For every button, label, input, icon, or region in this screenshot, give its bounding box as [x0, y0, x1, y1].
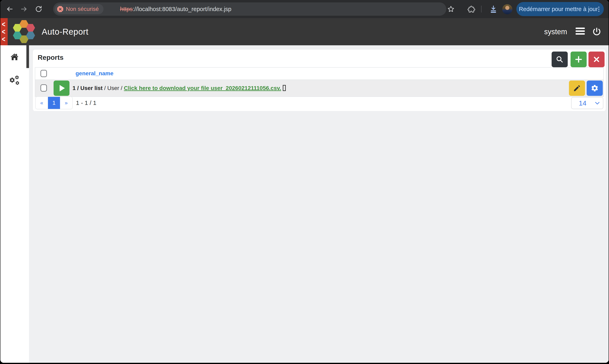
table-header-row: general_name	[35, 68, 603, 80]
pagination-page-1[interactable]: 1	[48, 97, 60, 109]
url-text: https://localhost:8083/auto_report/index…	[120, 2, 231, 16]
pagination-range-label: 1 - 1 / 1	[76, 96, 96, 109]
not-secure-icon	[57, 6, 63, 12]
sidebar-scrollbar[interactable]	[26, 45, 29, 68]
report-settings-button[interactable]	[587, 80, 603, 96]
pencil-icon	[573, 84, 581, 92]
run-report-button[interactable]	[53, 80, 69, 96]
sidebar	[0, 45, 29, 363]
browser-window: Non sécurisé https://localhost:8083/auto…	[0, 0, 609, 363]
relaunch-label: Redémarrer pour mettre à jour	[516, 6, 598, 13]
chevron-left-icon: <	[2, 35, 6, 43]
sidebar-item-settings-cogs[interactable]	[9, 75, 20, 86]
app-title: Auto-Report	[42, 18, 88, 45]
url-scheme-strikethrough: https	[120, 6, 133, 12]
profile-avatar[interactable]	[502, 4, 512, 14]
report-row-text: 1 / User list / User / Click here to dow…	[72, 80, 286, 96]
delete-button[interactable]	[588, 52, 605, 67]
add-report-button[interactable]	[570, 52, 587, 67]
pagination-prev[interactable]: «	[36, 97, 48, 109]
relaunch-to-update-button[interactable]: Redémarrer pour mettre à jour	[516, 2, 604, 16]
browser-toolbar: Non sécurisé https://localhost:8083/auto…	[0, 0, 609, 18]
security-chip[interactable]: Non sécurisé	[55, 4, 104, 14]
reload-icon[interactable]	[35, 5, 42, 13]
toolbar-divider	[481, 6, 481, 13]
forward-icon[interactable]	[20, 5, 28, 13]
app-body: Reports general_name	[0, 45, 609, 363]
collapse-strip[interactable]: < < <	[0, 18, 8, 45]
table-row: 1 / User list / User / Click here to dow…	[35, 80, 603, 96]
logged-in-user: system	[544, 18, 567, 45]
downloads-icon[interactable]	[489, 5, 498, 13]
chevron-left-icon: <	[2, 20, 6, 28]
download-file-link[interactable]: Click here to download your file user_20…	[124, 85, 281, 91]
report-id-name: 1 / User list	[72, 85, 103, 91]
page-size-value: 14	[579, 97, 586, 109]
browser-menu-kebab-icon[interactable]	[598, 7, 599, 12]
back-icon[interactable]	[6, 5, 13, 13]
bookmark-star-icon[interactable]	[447, 5, 455, 13]
missing-glyph-box	[283, 85, 286, 91]
edit-report-button[interactable]	[569, 80, 585, 96]
app-logo	[13, 20, 35, 43]
extensions-puzzle-icon[interactable]	[468, 5, 475, 13]
page-title: Reports	[38, 53, 64, 61]
logout-power-icon[interactable]	[592, 27, 601, 37]
chevron-left-icon: <	[2, 28, 6, 35]
row-checkbox[interactable]	[40, 84, 47, 91]
chevron-down-icon	[595, 102, 600, 105]
reports-table: general_name 1 / User list / User / Clic…	[35, 67, 604, 97]
report-category: / User /	[103, 85, 124, 91]
security-chip-label: Non sécurisé	[66, 6, 99, 12]
pagination-next[interactable]: »	[60, 97, 72, 109]
gear-icon	[591, 84, 599, 92]
address-bar[interactable]: Non sécurisé https://localhost:8083/auto…	[53, 2, 446, 16]
pagination: « 1 »	[35, 96, 73, 109]
app-header: < < < Auto-Report system	[0, 18, 609, 45]
sidebar-item-home[interactable]	[10, 52, 19, 62]
page-size-select[interactable]: 14	[571, 97, 603, 109]
hamburger-menu-icon[interactable]	[576, 27, 585, 35]
play-icon	[60, 85, 65, 91]
search-button[interactable]	[552, 52, 568, 67]
select-all-checkbox[interactable]	[40, 70, 47, 77]
url-rest: ://localhost:8083/auto_report/index.jsp	[133, 6, 231, 12]
reports-panel: Reports general_name	[33, 49, 606, 111]
main-content: Reports general_name	[29, 45, 609, 363]
column-header-general-name[interactable]: general_name	[76, 68, 113, 79]
